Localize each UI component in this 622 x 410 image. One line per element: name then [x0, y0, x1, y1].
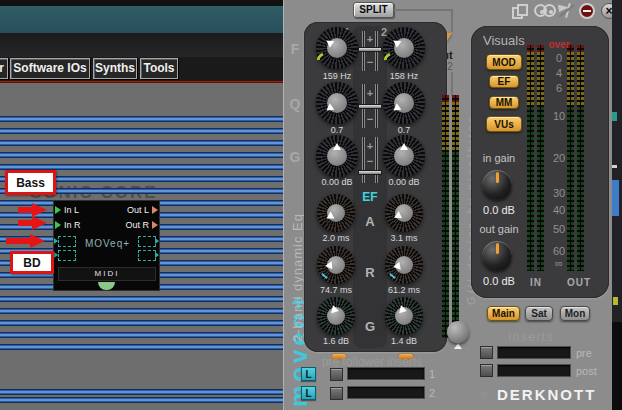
plus-sign: +	[354, 140, 386, 152]
meter-scale-inf: ∞	[545, 257, 573, 269]
q-knob-band1[interactable]	[316, 82, 358, 124]
main-button[interactable]: Main	[487, 306, 520, 321]
cable[interactable]	[0, 128, 283, 134]
sidechain-port-marker[interactable]	[58, 250, 76, 261]
vu-meter-in-l	[527, 45, 534, 271]
morph-handle-freq[interactable]	[358, 47, 382, 52]
release-row-label: R	[358, 265, 382, 280]
meter-scale-knob[interactable]	[447, 321, 469, 343]
cable[interactable]	[0, 140, 283, 146]
plus-sign: +	[354, 33, 386, 45]
out-gain-label: out gain	[473, 223, 525, 235]
sidechain-port-marker[interactable]	[138, 250, 156, 261]
visuals-title: Visuals	[483, 33, 525, 48]
minus-sign: −	[354, 56, 386, 68]
morph-handle-gain[interactable]	[358, 170, 382, 175]
mon-button[interactable]: Mon	[560, 306, 590, 321]
cable[interactable]	[0, 308, 283, 314]
follower-row2-number: 2	[429, 387, 435, 399]
freq-knob-band1[interactable]	[316, 27, 358, 69]
annotation-arrow	[18, 207, 33, 213]
cable[interactable]	[0, 116, 283, 122]
attack-knob-band1[interactable]	[317, 194, 355, 232]
midi-port[interactable]: MIDI	[58, 267, 156, 281]
ring-dot-icon	[540, 10, 544, 14]
vus-button[interactable]: VUs	[486, 116, 522, 132]
release-knob-band2[interactable]	[385, 246, 423, 284]
out-gain-knob[interactable]	[482, 241, 512, 271]
moveq-plugin-window: × SPLIT out 1&2 moveq+ 2-band dynamic Eq…	[283, 0, 612, 410]
cable[interactable]	[0, 296, 283, 302]
follower-insert-button-2[interactable]	[330, 387, 343, 400]
moveq-module[interactable]: In L Out L In R Out R MOVeq+	[53, 200, 160, 291]
midi-connector-icon[interactable]	[98, 282, 115, 290]
port-label-inl: In L	[64, 205, 79, 215]
attack-row-label: A	[358, 214, 382, 229]
follower-insert-field-2[interactable]	[347, 386, 425, 399]
routing-canvas[interactable]: SONIC CORE In L Out L In R Out R	[0, 83, 283, 410]
in-gain-label: in gain	[475, 152, 523, 164]
release-knob-band1[interactable]	[317, 246, 355, 284]
module-row-inr[interactable]: In R Out R	[54, 218, 159, 232]
pre-insert-button[interactable]	[480, 346, 493, 359]
morph-handle-q[interactable]	[358, 104, 382, 109]
dyn-gain-knob-band1[interactable]	[317, 297, 355, 335]
vu-meter-in-r	[537, 45, 544, 271]
mod-button[interactable]: MOD	[486, 54, 522, 70]
meter-scale-4: 4	[545, 67, 573, 79]
output-port-icon[interactable]	[152, 206, 158, 214]
post-insert-button[interactable]	[480, 364, 493, 377]
meter-scale-60: 60	[545, 245, 573, 257]
freq-knob-band2[interactable]	[383, 27, 425, 69]
pre-insert-field[interactable]	[497, 346, 571, 359]
minimize-button[interactable]	[579, 3, 595, 19]
mute-flag-icon[interactable]	[558, 2, 576, 20]
q-knob-band2[interactable]	[383, 82, 425, 124]
port-label-outr: Out R	[125, 220, 149, 230]
port-label-outl: Out L	[127, 205, 149, 215]
cable[interactable]	[0, 320, 283, 326]
dyn-gain-knob-band2[interactable]	[385, 297, 423, 335]
input-port-icon[interactable]	[55, 206, 61, 214]
out-gain-value: 0.0 dB	[475, 275, 523, 287]
mm-button[interactable]: MM	[489, 96, 519, 109]
meter-over-label: over	[545, 39, 573, 50]
output-port-icon[interactable]	[152, 221, 158, 229]
annotation-arrow-head	[32, 216, 47, 230]
follower-l-button-2[interactable]: L	[301, 386, 316, 400]
split-button[interactable]: SPLIT	[353, 2, 394, 18]
developer-logo: DERKNOTT	[497, 386, 596, 403]
presets-icon[interactable]	[512, 4, 530, 20]
link-circles-icon[interactable]	[534, 4, 558, 19]
ef-button[interactable]: EF	[489, 75, 519, 88]
page-front-icon	[517, 4, 528, 16]
inserts-title: inserts	[501, 329, 561, 344]
tab-partial[interactable]: r	[0, 58, 8, 79]
cable[interactable]	[0, 152, 283, 158]
gain-knob-band2[interactable]	[383, 135, 425, 177]
cable[interactable]	[0, 344, 283, 350]
attack-knob-band2[interactable]	[385, 194, 423, 232]
meter-out-label: OUT	[562, 277, 596, 288]
tab-tools[interactable]: Tools	[140, 58, 178, 79]
dyn-gain-value-band2: 1.4 dB	[374, 336, 434, 346]
input-port-icon[interactable]	[55, 221, 61, 229]
post-insert-field[interactable]	[497, 364, 571, 377]
tab-synths[interactable]: Synths	[93, 58, 137, 79]
module-row-inl[interactable]: In L Out L	[54, 203, 159, 217]
tab-software-ios[interactable]: Software IOs	[10, 58, 90, 79]
port-arrow-icon	[155, 238, 159, 244]
follower-l-button-1[interactable]: L	[301, 367, 316, 381]
follower-insert-field-1[interactable]	[347, 367, 425, 380]
in-gain-knob[interactable]	[482, 170, 512, 200]
cable[interactable]	[0, 332, 283, 338]
background-window-strip	[612, 0, 622, 410]
sat-button[interactable]: Sat	[525, 306, 553, 321]
meter-scale-20: 20	[545, 152, 573, 164]
cable[interactable]	[0, 397, 283, 403]
ef-meter-band1	[442, 95, 449, 338]
gain-knob-band1[interactable]	[316, 135, 358, 177]
strip-white-mark	[612, 165, 617, 168]
follower-insert-button-1[interactable]	[330, 368, 343, 381]
cable[interactable]	[0, 389, 283, 395]
